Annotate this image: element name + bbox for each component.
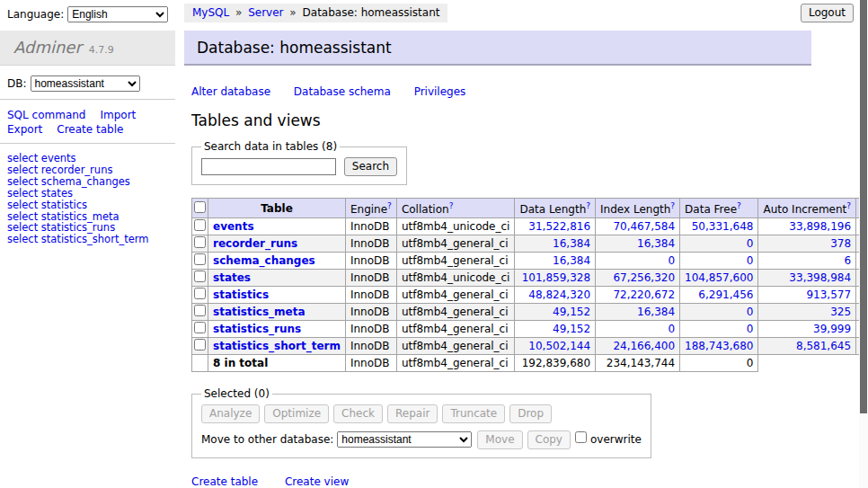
data-free-cell-link[interactable]: 104,857,600 — [685, 271, 753, 284]
data-free-cell-link[interactable]: 6,291,456 — [698, 288, 753, 301]
check-button[interactable]: Check — [333, 404, 383, 423]
move-db-select[interactable]: homeassistant — [337, 431, 472, 448]
index-length-cell-link[interactable]: 67,256,320 — [613, 271, 675, 284]
data-free-cell-link[interactable]: 0 — [747, 254, 754, 267]
select-all-checkbox[interactable] — [194, 201, 206, 213]
select-table-link[interactable]: select statistics_short_term — [7, 233, 148, 245]
index-length-cell-link[interactable]: 16,384 — [637, 237, 675, 250]
column-help-link[interactable]: ? — [737, 201, 741, 210]
select-table-link[interactable]: select statistics_runs — [7, 221, 115, 234]
copy-button[interactable]: Copy — [527, 430, 571, 449]
row-checkbox[interactable] — [194, 271, 206, 282]
table-name-link[interactable]: statistics — [213, 288, 269, 301]
column-help-link[interactable]: ? — [846, 201, 851, 210]
index-length-cell-link[interactable]: 70,467,584 — [613, 220, 675, 233]
create-table-link-side[interactable]: Create table — [57, 123, 123, 136]
row-checkbox[interactable] — [194, 236, 206, 248]
row-checkbox[interactable] — [194, 322, 206, 333]
move-button[interactable]: Move — [477, 430, 522, 449]
index-length-cell-link[interactable]: 72,220,672 — [613, 288, 675, 301]
data-free-cell-link[interactable]: 50,331,648 — [692, 220, 754, 233]
table-name-link[interactable]: states — [213, 271, 251, 284]
row-checkbox[interactable] — [194, 219, 206, 231]
auto-increment-cell: 33,898,196 — [758, 218, 856, 235]
table-name-link[interactable]: recorder_runs — [213, 237, 297, 250]
drop-button[interactable]: Drop — [509, 404, 552, 423]
data-length-cell-link[interactable]: 48,824,320 — [528, 288, 590, 301]
auto-increment-cell-link[interactable]: 6 — [844, 254, 851, 267]
index-length-cell-link[interactable]: 0 — [668, 254, 675, 267]
column-help-link[interactable]: ? — [387, 201, 392, 210]
select-table-link[interactable]: select states — [7, 187, 73, 200]
index-length-cell-link[interactable]: 16,384 — [637, 306, 675, 318]
data-length-cell-link[interactable]: 101,859,328 — [522, 271, 590, 284]
column-help-link[interactable]: ? — [670, 201, 675, 210]
data-free-cell-link[interactable]: 0 — [747, 306, 754, 318]
alter-database-link[interactable]: Alter database — [191, 85, 270, 98]
data-free-cell-link[interactable]: 188,743,680 — [685, 340, 753, 352]
auto-increment-cell-link[interactable]: 8,581,645 — [796, 340, 851, 352]
optimize-button[interactable]: Optimize — [264, 404, 329, 423]
overwrite-checkbox[interactable] — [575, 431, 587, 443]
analyze-button[interactable]: Analyze — [201, 404, 260, 423]
privileges-link[interactable]: Privileges — [414, 85, 466, 98]
auto-increment-cell: 325 — [758, 304, 856, 321]
search-button[interactable]: Search — [344, 157, 397, 176]
search-fieldset: Search data in tables (8) Search — [191, 140, 407, 185]
auto-increment-cell-link[interactable]: 913,577 — [806, 288, 851, 301]
language-select[interactable]: English — [67, 6, 168, 22]
data-length-cell-link[interactable]: 10,502,144 — [528, 340, 590, 352]
auto-increment-cell-link[interactable]: 33,898,196 — [789, 220, 851, 233]
select-table-link[interactable]: select events — [7, 152, 76, 164]
table-name-link[interactable]: statistics_meta — [213, 306, 306, 318]
truncate-button[interactable]: Truncate — [442, 404, 505, 423]
row-checkbox[interactable] — [194, 305, 206, 316]
database-schema-link[interactable]: Database schema — [294, 85, 391, 98]
data-free-cell-link[interactable]: 0 — [747, 237, 754, 250]
select-table-link[interactable]: select recorder_runs — [7, 164, 112, 176]
row-checkbox[interactable] — [194, 253, 206, 265]
create-table-link[interactable]: Create table — [191, 475, 258, 488]
data-length-cell-link[interactable]: 16,384 — [553, 237, 590, 250]
db-select[interactable]: homeassistant — [31, 75, 140, 92]
data-length-cell-link[interactable]: 31,522,816 — [528, 220, 590, 233]
import-link[interactable]: Import — [100, 109, 136, 121]
collation-cell: utf8mb4_general_ci — [396, 338, 515, 355]
search-input[interactable] — [201, 158, 336, 175]
breadcrumb-link[interactable]: MySQL — [192, 6, 229, 19]
index-length-cell-link[interactable]: 0 — [668, 323, 675, 335]
select-table-link[interactable]: select statistics_meta — [7, 210, 120, 223]
auto-increment-cell-link[interactable]: 39,999 — [813, 323, 851, 335]
logout-button[interactable]: Logout — [801, 4, 854, 22]
table-name-link[interactable]: statistics_short_term — [213, 340, 341, 352]
sql-command-link[interactable]: SQL command — [7, 109, 85, 121]
data-length-cell-link[interactable]: 49,152 — [553, 306, 590, 318]
select-table-link[interactable]: select schema_changes — [7, 175, 130, 188]
export-link[interactable]: Export — [7, 123, 42, 136]
sidebar-divider — [0, 99, 175, 100]
table-name-link[interactable]: events — [213, 220, 254, 233]
column-help-link[interactable]: ? — [586, 201, 590, 210]
scrollbar-thumb[interactable] — [860, 0, 867, 413]
row-checkbox-cell — [192, 218, 208, 235]
data-free-cell-link[interactable]: 0 — [747, 323, 754, 335]
create-view-link[interactable]: Create view — [285, 475, 349, 488]
collation-cell: utf8mb4_general_ci — [396, 304, 515, 321]
auto-increment-cell-link[interactable]: 378 — [830, 237, 851, 250]
auto-increment-cell-link[interactable]: 325 — [830, 306, 851, 318]
db-row: DB:homeassistant — [7, 75, 175, 92]
data-length-cell-link[interactable]: 16,384 — [553, 254, 590, 267]
select-table-link[interactable]: select statistics — [7, 199, 87, 211]
row-checkbox[interactable] — [194, 339, 206, 350]
column-help-link[interactable]: ? — [449, 201, 454, 210]
data-length-cell-link[interactable]: 49,152 — [553, 323, 590, 335]
adminer-logo: Adminer — [13, 38, 82, 57]
index-length-cell-link[interactable]: 24,166,400 — [613, 340, 675, 352]
row-checkbox[interactable] — [194, 288, 206, 299]
repair-button[interactable]: Repair — [387, 404, 438, 423]
table-name-link[interactable]: schema_changes — [213, 254, 315, 267]
auto-increment-cell-link[interactable]: 33,398,984 — [789, 271, 851, 284]
table-name-link[interactable]: statistics_runs — [213, 323, 301, 335]
vertical-scrollbar[interactable] — [859, 0, 868, 488]
breadcrumb-link[interactable]: Server — [248, 6, 283, 19]
